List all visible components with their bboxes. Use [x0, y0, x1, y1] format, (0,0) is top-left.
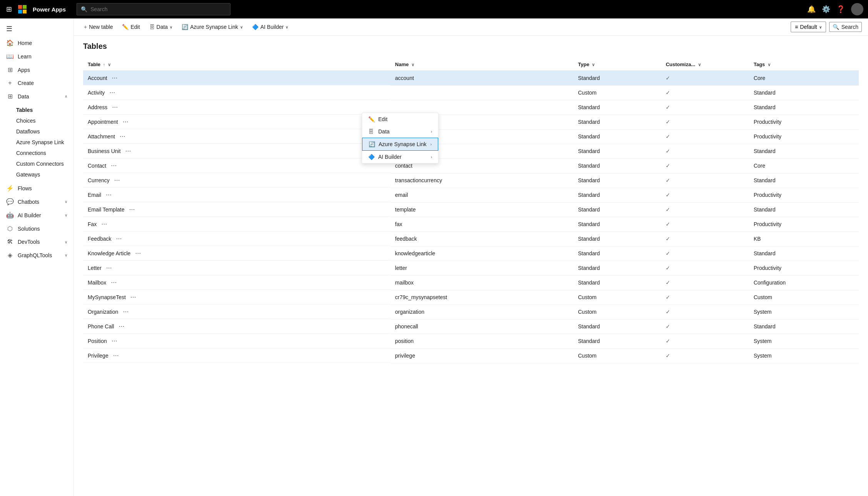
- table-row[interactable]: Appointment···Standard✓Productivity: [83, 115, 859, 129]
- sidebar-item-devtools[interactable]: 🛠 DevTools ∨: [0, 235, 73, 248]
- checkmark-icon: ✓: [666, 280, 670, 286]
- sidebar-item-graphqltools[interactable]: ◈ GraphQLTools ∨: [0, 248, 73, 262]
- sort-toggle-icon[interactable]: ∨: [108, 62, 111, 67]
- context-menu-data[interactable]: 🗄 Data ›: [362, 125, 438, 138]
- col-header-table[interactable]: Table ↑ ∨: [83, 58, 391, 71]
- sidebar-item-azure-synapse[interactable]: Azure Synapse Link: [0, 137, 73, 148]
- new-table-button[interactable]: + New table: [80, 22, 117, 32]
- sidebar-item-tables[interactable]: Tables: [0, 105, 73, 115]
- row-dots-button[interactable]: ···: [121, 118, 130, 126]
- row-dots-button[interactable]: ···: [108, 88, 117, 97]
- row-dots-button[interactable]: ···: [109, 278, 118, 286]
- cell-row-name: account: [391, 71, 573, 86]
- table-row[interactable]: Fax···faxStandard✓Productivity: [83, 217, 859, 231]
- table-row[interactable]: Letter···letterStandard✓Productivity: [83, 261, 859, 275]
- row-dots-button[interactable]: ···: [117, 322, 126, 330]
- row-dots-button[interactable]: ···: [121, 308, 130, 316]
- col-header-name[interactable]: Name ∨: [391, 58, 573, 71]
- sidebar-item-create[interactable]: + Create: [0, 77, 73, 90]
- sidebar-item-connections[interactable]: Connections: [0, 148, 73, 158]
- notification-icon[interactable]: 🔔: [807, 5, 816, 13]
- table-row[interactable]: Activity···Custom✓Standard: [83, 85, 859, 100]
- table-row[interactable]: Email Template···templateStandard✓Standa…: [83, 202, 859, 217]
- global-search[interactable]: 🔍: [77, 3, 230, 15]
- cell-table-name: Privilege···: [83, 348, 391, 363]
- sidebar-toggle[interactable]: ☰: [0, 22, 73, 36]
- row-dots-button[interactable]: ···: [112, 351, 120, 360]
- cell-row-type: Custom: [573, 348, 661, 363]
- table-row[interactable]: Email···emailStandard✓Productivity: [83, 188, 859, 202]
- context-menu-edit[interactable]: ✏️ Edit: [362, 113, 438, 125]
- row-dots-button[interactable]: ···: [109, 161, 118, 170]
- table-row[interactable]: Phone Call···phonecallStandard✓Standard: [83, 319, 859, 334]
- table-row[interactable]: Attachment···mentStandard✓Productivity: [83, 129, 859, 144]
- row-dots-button[interactable]: ···: [104, 191, 113, 199]
- row-table-label: Activity: [88, 90, 105, 96]
- table-row[interactable]: Mailbox···mailboxStandard✓Configuration: [83, 275, 859, 290]
- sidebar-item-ai-builder[interactable]: 🤖 AI Builder ∨: [0, 208, 73, 222]
- table-row[interactable]: Business Unit···businessunitStandard✓Sta…: [83, 144, 859, 158]
- cell-row-name: cr79c_mysynapsetest: [391, 290, 573, 305]
- sidebar-item-home[interactable]: 🏠 Home: [0, 36, 73, 50]
- ai-builder-button[interactable]: 🔷 AI Builder ∨: [248, 22, 292, 32]
- sidebar-item-learn[interactable]: 📖 Learn: [0, 50, 73, 63]
- search-input[interactable]: [90, 6, 226, 12]
- table-search[interactable]: 🔍 Search: [829, 22, 862, 32]
- row-dots-button[interactable]: ···: [110, 337, 119, 345]
- table-row[interactable]: Organization···organizationCustom✓System: [83, 305, 859, 319]
- table-row[interactable]: Privilege···privilegeCustom✓System: [83, 348, 859, 363]
- row-dots-button[interactable]: ···: [124, 147, 133, 155]
- sidebar-item-data[interactable]: ⊞ Data ∧: [0, 90, 73, 103]
- grid-icon[interactable]: ⊞: [5, 3, 13, 15]
- cell-table-name: Letter···: [83, 261, 391, 275]
- cell-row-customizable: ✓: [661, 231, 749, 246]
- row-dots-button[interactable]: ···: [110, 103, 119, 111]
- sidebar-item-chatbots[interactable]: 💬 Chatbots ∨: [0, 195, 73, 208]
- default-button[interactable]: ≡ Default ∨: [791, 22, 826, 32]
- row-dots-button[interactable]: ···: [118, 132, 127, 140]
- sidebar-item-dataflows[interactable]: Dataflows: [0, 126, 73, 137]
- cell-table-name: Appointment···: [83, 115, 391, 129]
- row-dots-button[interactable]: ···: [105, 264, 114, 272]
- checkmark-icon: ✓: [666, 133, 670, 140]
- azure-synapse-link-button[interactable]: 🔄 Azure Synapse Link ∨: [178, 22, 247, 32]
- sidebar-item-apps[interactable]: ⊞ Apps: [0, 63, 73, 77]
- cell-row-name: knowledgearticle: [391, 246, 573, 261]
- context-menu-ai-builder[interactable]: 🔷 AI Builder ›: [362, 151, 438, 163]
- col-header-tags[interactable]: Tags ∨: [749, 58, 859, 71]
- row-dots-button[interactable]: ···: [114, 235, 123, 243]
- sidebar-item-solutions[interactable]: ⬡ Solutions: [0, 222, 73, 235]
- table-row[interactable]: Position···positionStandard✓System: [83, 334, 859, 348]
- row-dots-button[interactable]: ···: [134, 249, 142, 257]
- table-row[interactable]: Feedback···feedbackStandard✓KB: [83, 231, 859, 246]
- row-dots-button[interactable]: ···: [110, 74, 119, 82]
- sidebar-item-gateways[interactable]: Gateways: [0, 169, 73, 180]
- sidebar-item-custom-connectors[interactable]: Custom Connectors: [0, 158, 73, 169]
- table-row[interactable]: Knowledge Article···knowledgearticleStan…: [83, 246, 859, 261]
- chatbots-icon: 💬: [6, 198, 14, 205]
- col-header-custom[interactable]: Customiza... ∨: [661, 58, 749, 71]
- context-menu-azure-synapse[interactable]: 🔄 Azure Synapse Link ›: [362, 138, 438, 151]
- row-dots-button[interactable]: ···: [129, 293, 138, 301]
- row-dots-button[interactable]: ···: [113, 176, 122, 184]
- help-icon[interactable]: ❓: [836, 5, 845, 13]
- edit-button[interactable]: ✏️ Edit: [118, 22, 144, 32]
- avatar[interactable]: [851, 3, 863, 15]
- row-dots-button[interactable]: ···: [100, 220, 108, 228]
- data-button[interactable]: 🗄 Data ∨: [145, 22, 177, 32]
- table-row[interactable]: Account···accountStandard✓Core: [83, 71, 859, 86]
- table-row[interactable]: Currency···transactioncurrencyStandard✓S…: [83, 173, 859, 188]
- cell-row-name: email: [391, 188, 573, 202]
- table-row[interactable]: MySynapseTest···cr79c_mysynapsetestCusto…: [83, 290, 859, 305]
- col-header-type[interactable]: Type ∨: [573, 58, 661, 71]
- context-synapse-icon: 🔄: [369, 141, 375, 147]
- settings-icon[interactable]: ⚙️: [822, 5, 830, 13]
- checkmark-icon: ✓: [666, 119, 670, 125]
- cell-table-name: Phone Call···: [83, 319, 391, 334]
- sidebar-item-flows[interactable]: ⚡ Flows: [0, 181, 73, 195]
- table-row[interactable]: Address···Standard✓Standard: [83, 100, 859, 115]
- sidebar-item-choices[interactable]: Choices: [0, 115, 73, 126]
- table-row[interactable]: Contact···contactStandard✓Core: [83, 158, 859, 173]
- checkmark-icon: ✓: [666, 294, 670, 300]
- row-dots-button[interactable]: ···: [127, 205, 136, 213]
